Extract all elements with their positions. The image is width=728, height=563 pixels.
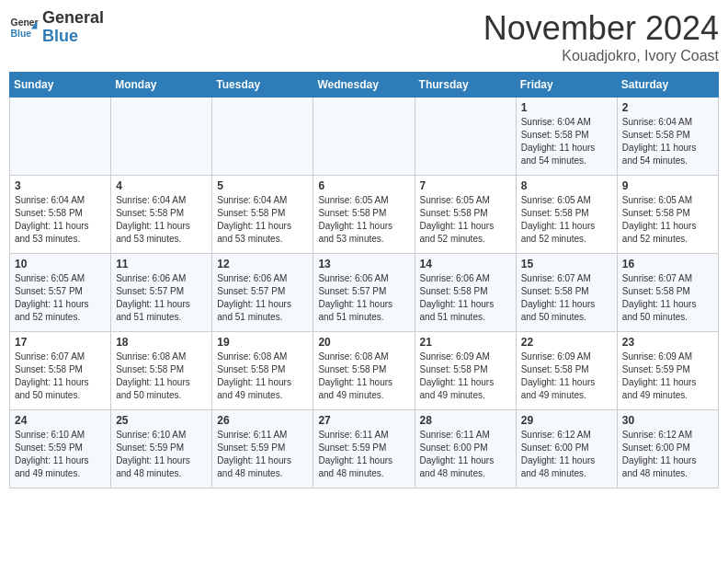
day-number: 6 [318,179,409,192]
cell-content: Sunrise: 6:06 AM Sunset: 5:57 PM Dayligh… [116,272,207,324]
cell-content: Sunrise: 6:11 AM Sunset: 5:59 PM Dayligh… [318,429,409,480]
calendar-cell: 30Sunrise: 6:12 AM Sunset: 6:00 PM Dayli… [617,410,718,488]
cell-content: Sunrise: 6:07 AM Sunset: 5:58 PM Dayligh… [15,350,106,402]
cell-content: Sunrise: 6:08 AM Sunset: 5:58 PM Dayligh… [217,350,308,402]
day-number: 23 [622,336,713,349]
day-number: 7 [420,179,511,192]
weekday-header: Thursday [415,73,516,98]
day-number: 25 [116,414,207,427]
weekday-header: Sunday [10,73,111,98]
cell-content: Sunrise: 6:05 AM Sunset: 5:58 PM Dayligh… [521,194,612,246]
calendar-week-row: 24Sunrise: 6:10 AM Sunset: 5:59 PM Dayli… [10,410,719,488]
calendar-cell: 17Sunrise: 6:07 AM Sunset: 5:58 PM Dayli… [10,332,111,410]
day-number: 1 [521,101,612,114]
cell-content: Sunrise: 6:09 AM Sunset: 5:58 PM Dayligh… [521,350,612,402]
cell-content: Sunrise: 6:05 AM Sunset: 5:58 PM Dayligh… [420,194,511,246]
calendar-cell: 9Sunrise: 6:05 AM Sunset: 5:58 PM Daylig… [617,176,718,254]
day-number: 10 [15,258,106,270]
cell-content: Sunrise: 6:07 AM Sunset: 5:58 PM Dayligh… [521,272,612,324]
day-number: 13 [318,258,409,270]
calendar-cell: 16Sunrise: 6:07 AM Sunset: 5:58 PM Dayli… [617,254,718,332]
calendar-cell: 1Sunrise: 6:04 AM Sunset: 5:58 PM Daylig… [516,98,617,176]
cell-content: Sunrise: 6:12 AM Sunset: 6:00 PM Dayligh… [521,429,612,480]
day-number: 28 [420,414,511,427]
day-number: 22 [521,336,612,349]
cell-content: Sunrise: 6:06 AM Sunset: 5:57 PM Dayligh… [318,272,409,324]
cell-content: Sunrise: 6:09 AM Sunset: 5:59 PM Dayligh… [622,350,713,402]
cell-content: Sunrise: 6:08 AM Sunset: 5:58 PM Dayligh… [318,350,409,402]
day-number: 26 [217,414,308,427]
calendar-cell: 29Sunrise: 6:12 AM Sunset: 6:00 PM Dayli… [516,410,617,488]
logo-icon: General Blue [9,13,39,42]
day-number: 11 [116,258,207,270]
calendar-cell: 3Sunrise: 6:04 AM Sunset: 5:58 PM Daylig… [10,176,111,254]
weekday-header: Saturday [617,73,718,98]
cell-content: Sunrise: 6:08 AM Sunset: 5:58 PM Dayligh… [116,350,207,402]
page-header: General Blue GeneralBlue November 2024 K… [9,9,719,64]
calendar-cell [10,98,111,176]
day-number: 4 [116,179,207,192]
day-number: 29 [521,414,612,427]
calendar-cell: 19Sunrise: 6:08 AM Sunset: 5:58 PM Dayli… [212,332,313,410]
cell-content: Sunrise: 6:12 AM Sunset: 6:00 PM Dayligh… [622,429,713,480]
svg-text:Blue: Blue [11,28,32,38]
day-number: 3 [15,179,106,192]
cell-content: Sunrise: 6:04 AM Sunset: 5:58 PM Dayligh… [622,116,713,167]
cell-content: Sunrise: 6:04 AM Sunset: 5:58 PM Dayligh… [217,194,308,246]
day-number: 30 [622,414,713,427]
calendar-week-row: 1Sunrise: 6:04 AM Sunset: 5:58 PM Daylig… [10,98,719,176]
day-number: 18 [116,336,207,349]
calendar-cell: 27Sunrise: 6:11 AM Sunset: 5:59 PM Dayli… [313,410,415,488]
day-number: 17 [15,336,106,349]
logo: General Blue GeneralBlue [9,9,104,46]
day-number: 27 [318,414,409,427]
calendar-cell: 8Sunrise: 6:05 AM Sunset: 5:58 PM Daylig… [516,176,617,254]
weekday-header: Wednesday [313,73,415,98]
calendar-table: SundayMondayTuesdayWednesdayThursdayFrid… [9,72,719,488]
calendar-cell [212,98,313,176]
weekday-header: Friday [516,73,617,98]
day-number: 24 [15,414,106,427]
cell-content: Sunrise: 6:05 AM Sunset: 5:57 PM Dayligh… [15,272,106,324]
cell-content: Sunrise: 6:10 AM Sunset: 5:59 PM Dayligh… [15,429,106,480]
cell-content: Sunrise: 6:05 AM Sunset: 5:58 PM Dayligh… [318,194,409,246]
calendar-cell: 12Sunrise: 6:06 AM Sunset: 5:57 PM Dayli… [212,254,313,332]
calendar-cell: 20Sunrise: 6:08 AM Sunset: 5:58 PM Dayli… [313,332,415,410]
day-number: 21 [420,336,511,349]
weekday-header: Monday [111,73,212,98]
calendar-cell: 2Sunrise: 6:04 AM Sunset: 5:58 PM Daylig… [617,98,718,176]
calendar-cell: 14Sunrise: 6:06 AM Sunset: 5:58 PM Dayli… [415,254,516,332]
calendar-cell: 28Sunrise: 6:11 AM Sunset: 6:00 PM Dayli… [415,410,516,488]
calendar-week-row: 17Sunrise: 6:07 AM Sunset: 5:58 PM Dayli… [10,332,719,410]
calendar-week-row: 10Sunrise: 6:05 AM Sunset: 5:57 PM Dayli… [10,254,719,332]
calendar-cell: 18Sunrise: 6:08 AM Sunset: 5:58 PM Dayli… [111,332,212,410]
day-number: 19 [217,336,308,349]
calendar-cell: 22Sunrise: 6:09 AM Sunset: 5:58 PM Dayli… [516,332,617,410]
cell-content: Sunrise: 6:09 AM Sunset: 5:58 PM Dayligh… [420,350,511,402]
calendar-cell: 26Sunrise: 6:11 AM Sunset: 5:59 PM Dayli… [212,410,313,488]
cell-content: Sunrise: 6:11 AM Sunset: 5:59 PM Dayligh… [217,429,308,480]
cell-content: Sunrise: 6:04 AM Sunset: 5:58 PM Dayligh… [15,194,106,246]
cell-content: Sunrise: 6:04 AM Sunset: 5:58 PM Dayligh… [521,116,612,167]
calendar-cell: 13Sunrise: 6:06 AM Sunset: 5:57 PM Dayli… [313,254,415,332]
cell-content: Sunrise: 6:07 AM Sunset: 5:58 PM Dayligh… [622,272,713,324]
location: Kouadjokro, Ivory Coast [483,48,719,64]
day-number: 12 [217,258,308,270]
cell-content: Sunrise: 6:11 AM Sunset: 6:00 PM Dayligh… [420,429,511,480]
cell-content: Sunrise: 6:05 AM Sunset: 5:58 PM Dayligh… [622,194,713,246]
calendar-cell [415,98,516,176]
day-number: 16 [622,258,713,270]
calendar-cell: 11Sunrise: 6:06 AM Sunset: 5:57 PM Dayli… [111,254,212,332]
day-number: 2 [622,101,713,114]
calendar-cell: 6Sunrise: 6:05 AM Sunset: 5:58 PM Daylig… [313,176,415,254]
calendar-cell: 24Sunrise: 6:10 AM Sunset: 5:59 PM Dayli… [10,410,111,488]
month-title: November 2024 [483,9,719,48]
calendar-cell [313,98,415,176]
calendar-cell [111,98,212,176]
cell-content: Sunrise: 6:06 AM Sunset: 5:57 PM Dayligh… [217,272,308,324]
weekday-header: Tuesday [212,73,313,98]
calendar-cell: 5Sunrise: 6:04 AM Sunset: 5:58 PM Daylig… [212,176,313,254]
logo-text: GeneralBlue [42,9,104,46]
calendar-cell: 4Sunrise: 6:04 AM Sunset: 5:58 PM Daylig… [111,176,212,254]
cell-content: Sunrise: 6:06 AM Sunset: 5:58 PM Dayligh… [420,272,511,324]
